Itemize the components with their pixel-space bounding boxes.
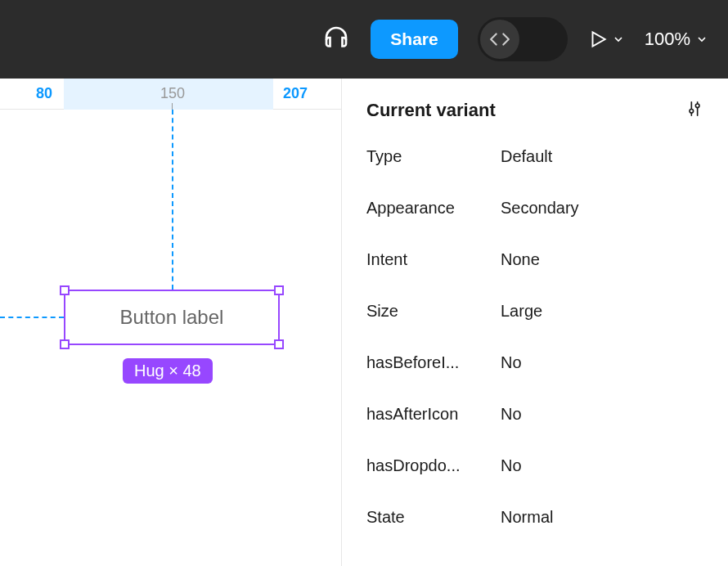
- prop-value: Default: [501, 147, 552, 166]
- play-icon: [587, 29, 609, 50]
- chevron-down-icon: [695, 33, 708, 46]
- dev-mode-toggle[interactable]: [478, 17, 568, 61]
- prop-label: Size: [366, 302, 501, 321]
- variant-property-row[interactable]: Appearance Secondary: [366, 199, 703, 218]
- size-badge: Hug × 48: [123, 358, 213, 384]
- ruler-tick-mark: [172, 103, 173, 110]
- prop-label: State: [366, 508, 501, 527]
- inspector-panel: Current variant Type Default Appearance …: [342, 79, 728, 566]
- svg-marker-0: [592, 32, 604, 46]
- resize-handle-tl[interactable]: [60, 285, 70, 295]
- alignment-guide-vertical: [172, 110, 173, 290]
- inspector-title: Current variant: [366, 100, 496, 121]
- variant-property-row[interactable]: State Normal: [366, 508, 703, 527]
- zoom-dropdown[interactable]: 100%: [645, 29, 708, 50]
- prop-label: hasBeforeI...: [366, 353, 501, 372]
- variant-property-row[interactable]: hasDropdo... No: [366, 456, 703, 475]
- headphones-icon[interactable]: [321, 23, 351, 56]
- chevron-down-icon: [612, 33, 625, 46]
- resize-handle-tr[interactable]: [274, 285, 284, 295]
- variant-property-row[interactable]: hasAfterIcon No: [366, 405, 703, 424]
- prop-value: No: [501, 405, 522, 424]
- variant-property-row[interactable]: hasBeforeI... No: [366, 353, 703, 372]
- resize-handle-bl[interactable]: [60, 339, 70, 349]
- variant-property-row[interactable]: Type Default: [366, 147, 703, 166]
- code-icon: [480, 20, 519, 59]
- share-button[interactable]: Share: [371, 20, 457, 59]
- prop-value: No: [501, 353, 522, 372]
- alignment-guide-horizontal: [0, 317, 64, 318]
- selected-component[interactable]: Button label: [64, 290, 280, 345]
- top-toolbar: Share 100%: [0, 0, 728, 79]
- ruler-tick-start: 80: [36, 85, 52, 102]
- prop-value: Large: [501, 302, 542, 321]
- variant-property-row[interactable]: Intent None: [366, 250, 703, 269]
- canvas[interactable]: 80 150 207 Button label Hug × 48: [0, 79, 342, 566]
- prop-value: Secondary: [501, 199, 579, 218]
- ruler-tick-mid: 150: [160, 85, 185, 102]
- component-text: Button label: [120, 306, 224, 329]
- ruler-tick-end: 207: [283, 85, 308, 102]
- prop-label: hasDropdo...: [366, 456, 501, 475]
- prop-label: Type: [366, 147, 501, 166]
- svg-point-4: [695, 104, 699, 108]
- prop-label: Intent: [366, 250, 501, 269]
- variant-property-row[interactable]: Size Large: [366, 302, 703, 321]
- prop-label: hasAfterIcon: [366, 405, 501, 424]
- zoom-label: 100%: [645, 29, 690, 50]
- horizontal-ruler[interactable]: 80 150 207: [0, 79, 341, 110]
- present-button[interactable]: [587, 29, 625, 50]
- svg-point-3: [690, 109, 694, 113]
- prop-value: Normal: [501, 508, 553, 527]
- prop-value: None: [501, 250, 540, 269]
- resize-handle-br[interactable]: [274, 339, 284, 349]
- prop-value: No: [501, 456, 522, 475]
- prop-label: Appearance: [366, 199, 501, 218]
- settings-icon[interactable]: [685, 100, 703, 121]
